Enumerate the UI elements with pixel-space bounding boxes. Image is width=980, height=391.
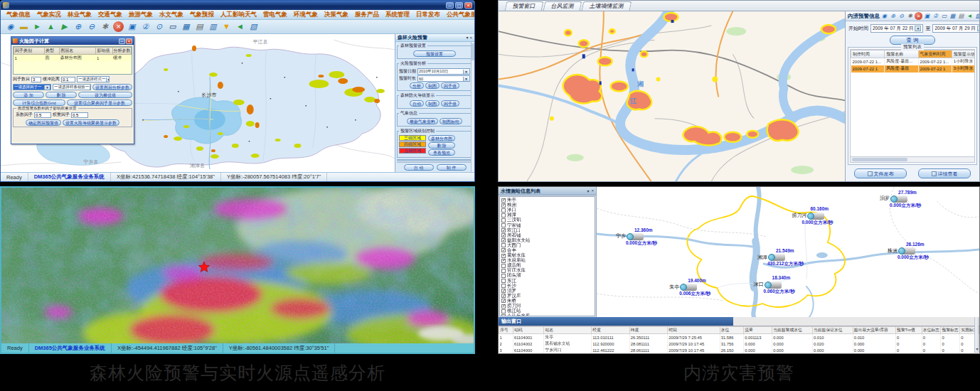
warn-hours-select[interactable]: 60 — [417, 75, 470, 82]
menu-item[interactable]: 气象预报 — [190, 11, 214, 19]
weight-input[interactable] — [71, 112, 88, 118]
column-header[interactable]: 站名 — [544, 327, 592, 334]
menu-item[interactable]: 日常发布 — [416, 11, 440, 19]
flood-map-canvas[interactable]: 湘江 — [499, 11, 846, 181]
output-window-tab[interactable]: 输出窗口 — [499, 317, 733, 326]
station-checkbox[interactable]: 八斗丘水库 — [501, 314, 589, 316]
column-header[interactable]: 气象资料时间 — [918, 50, 952, 58]
screen-icon[interactable]: ▭ — [167, 21, 178, 32]
column-header[interactable]: 站码 — [513, 327, 544, 334]
panel-bottom-button[interactable]: 自 动 — [404, 164, 434, 171]
panel-vertical-scrollbar[interactable] — [471, 42, 474, 172]
coef-input[interactable] — [34, 112, 51, 118]
page-two-icon[interactable]: ② — [932, 12, 939, 20]
globe-icon[interactable]: ◉ — [5, 21, 16, 32]
汨罗[interactable]: 27.789m 汨罗 0.000立方米/秒 — [880, 190, 921, 208]
column-header[interactable]: 经度 — [592, 327, 629, 334]
column-header[interactable]: 序号 — [499, 327, 513, 334]
globe-icon[interactable]: ◉ — [880, 12, 888, 20]
menu-item[interactable]: 水文气象 — [159, 11, 183, 19]
zoom-out-icon[interactable]: ⊖ — [898, 12, 905, 20]
pin-icon[interactable]: ▼ — [221, 21, 232, 32]
close-button[interactable] — [464, 2, 472, 9]
save-icon[interactable]: ▤ — [957, 12, 965, 20]
style-select[interactable]: 一请选择样式一 — [77, 76, 110, 82]
column-header[interactable]: 预警提示信息 — [952, 50, 975, 58]
confirm-layer-button[interactable]: 确定图层预警值 — [26, 119, 61, 126]
fire-risk-map-canvas[interactable]: 汨罗市平江县长沙市宁乡县湘潭县 火险因子计算 因子 — [1, 34, 395, 172]
set-level-cluster-button[interactable]: 设置火险等级聚类显示参数 — [63, 119, 119, 126]
dialog-titlebar[interactable]: 火险因子计算 — [11, 37, 134, 45]
export-icon[interactable]: ▥ — [208, 21, 218, 32]
column-header[interactable]: 水位 — [720, 327, 743, 334]
product-button[interactable]: 因子值 — [441, 100, 459, 107]
column-header[interactable]: 预警名称 — [885, 50, 918, 58]
menu-item[interactable]: 交通气象 — [98, 11, 122, 19]
table-row[interactable]: 2009-07-22 1...风险度-暴雨...2009-07-22 1...1… — [851, 58, 976, 65]
maximize-button[interactable] — [455, 2, 463, 9]
menu-item[interactable]: 旅游气象 — [129, 11, 153, 19]
捞刀河[interactable]: 60.160m 捞刀河 0.000立方米/秒 — [792, 206, 833, 225]
delete-icon[interactable]: × — [113, 21, 124, 32]
delete-icon[interactable]: × — [915, 12, 922, 20]
warn-date-select[interactable]: 2010年10月10日 — [417, 68, 470, 75]
table-row[interactable]: 261104002黑石铺水文站112.92000028.0811112009/7… — [499, 341, 979, 347]
table-row[interactable]: 161104001朱亭113.01011126.3501112009/7/29 … — [499, 334, 979, 341]
layer-list[interactable]: 选择图层预警区域 — [397, 159, 472, 161]
monitor-map-canvas[interactable]: 12.360m 宁乡 0.000立方米/秒 60.160m 捞刀河 — [597, 187, 979, 317]
tab[interactable]: 土壤墒情监测 — [582, 1, 632, 11]
menu-item[interactable]: 决策气象 — [324, 11, 348, 19]
menu-item[interactable]: 环境气象 — [294, 11, 318, 19]
panel-titlebar[interactable]: 内涝预警信息 ◉⊕⊖✱×▣②▭▦▤◄▧●× — [846, 11, 979, 21]
image-icon[interactable]: ▧ — [248, 21, 259, 32]
menu-item[interactable]: 雷电气象 — [263, 11, 287, 19]
zoom-in-icon[interactable]: ⊕ — [889, 12, 897, 20]
column-header[interactable]: 类型 — [44, 48, 59, 55]
menu-item[interactable]: 公共气象服务网 — [447, 11, 474, 19]
add-button[interactable]: 添 加 — [13, 92, 44, 98]
publish-file-button[interactable]: 文件发布 — [854, 168, 907, 178]
verify-select[interactable]: 一请选择样条校验一 — [53, 84, 91, 90]
dialog-close-button[interactable] — [126, 38, 132, 44]
warning-table-box[interactable]: 制作时间预警名称气象资料时间预警提示信息制作人 2009-07-22 1...风… — [850, 49, 975, 157]
back-icon[interactable]: ◄ — [235, 21, 245, 32]
output-table-wrap[interactable]: 序号站码站名经度纬度时间水位流量当前超警戒水位当前超保证水位超出最大流量/库容预… — [499, 326, 979, 353]
column-header[interactable]: 图层名 — [60, 48, 96, 55]
panel-close-icon[interactable] — [469, 36, 472, 40]
factor-select[interactable]: 一请选择因子一 — [13, 84, 51, 90]
del-button[interactable]: 删 除 — [46, 92, 77, 98]
column-header[interactable]: 因子类别 — [14, 48, 45, 55]
factor-count-input[interactable] — [31, 77, 41, 82]
minimize-button[interactable] — [446, 2, 454, 9]
column-header[interactable]: 超出最大流量/库容 — [853, 327, 895, 334]
view-detail-button[interactable]: 详情查看 — [918, 168, 971, 178]
page-two-icon[interactable]: ② — [140, 21, 151, 32]
screen-icon[interactable]: ▭ — [940, 12, 948, 20]
panel-titlebar[interactable]: 水情测站信息列表 — [499, 187, 596, 196]
湘潭[interactable]: 21.549m 湘潭 430.212立方米/秒 — [757, 248, 804, 267]
menu-item[interactable]: 服务产品 — [355, 11, 379, 19]
株洲[interactable]: 26.126m 株洲 0.000立方米/秒 — [888, 242, 929, 260]
pan-hand-icon[interactable]: ✱ — [906, 12, 914, 20]
window-icon[interactable]: ▣ — [923, 12, 931, 20]
zoom-out-icon[interactable]: ⊖ — [86, 21, 97, 32]
column-header[interactable]: 当前超警戒水位 — [772, 327, 813, 334]
image-icon[interactable]: ▧ — [974, 12, 979, 20]
table-horizontal-scrollbar[interactable] — [850, 157, 975, 163]
set-best-button[interactable]: 设为最优值 — [78, 92, 132, 98]
area-button[interactable]: 森林分布图 — [428, 135, 455, 141]
table-row[interactable]: 361104000宁乡河口112.46122228.0611112009/7/2… — [499, 347, 979, 353]
warn-setting-button[interactable]: 预警设置 — [413, 50, 456, 57]
window-titlebar[interactable] — [1, 1, 474, 10]
date-to-picker[interactable]: 2009 年 07 月 29 日 — [932, 24, 979, 33]
tab[interactable]: 预警窗口 — [505, 1, 544, 11]
宁乡[interactable]: 12.360m 宁乡 0.000立方米/秒 — [616, 227, 657, 246]
zoom-in-icon[interactable]: ⊕ — [73, 21, 83, 32]
menu-item[interactable]: 系统管理 — [385, 11, 410, 19]
print-icon[interactable]: ▤ — [194, 21, 205, 32]
column-header[interactable]: 制作时间 — [851, 50, 885, 58]
panel-close-icon[interactable] — [591, 188, 594, 193]
朱亭[interactable]: 19.400m 朱亭 0.006立方米/秒 — [669, 278, 710, 296]
column-header[interactable]: 预警标志 — [941, 327, 960, 334]
menu-item[interactable]: 人工影响天气 — [220, 11, 257, 19]
